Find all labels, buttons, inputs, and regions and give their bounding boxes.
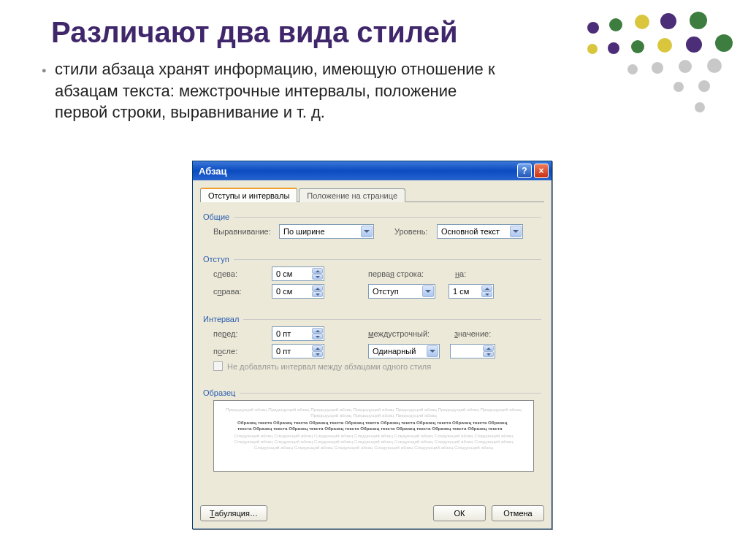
close-icon[interactable]: × xyxy=(534,164,549,178)
paragraph-dialog: Абзац ? × Отступы и интервалы Положение … xyxy=(192,161,552,529)
before-value: 0 пт xyxy=(276,329,291,338)
level-combo[interactable]: Основной текст xyxy=(437,224,523,239)
by-spinner[interactable]: 1 см xyxy=(449,284,494,299)
before-spinner[interactable]: 0 пт xyxy=(272,326,324,341)
preview-sample-text: Образец текста Образец текста Образец те… xyxy=(237,420,510,431)
slide-bullet: стили абзаца хранят информацию, имеющую … xyxy=(55,58,508,123)
indent-left-value: 0 см xyxy=(276,269,292,278)
preview-next-text: Следующий абзац Следующий абзац Следующи… xyxy=(223,433,524,450)
spinner-arrows-icon xyxy=(312,345,323,357)
spinner-arrows-icon xyxy=(312,328,323,340)
indent-left-spinner[interactable]: 0 см xyxy=(272,266,324,281)
cancel-button[interactable]: Отмена xyxy=(492,505,544,521)
tab-position[interactable]: Положение на странице xyxy=(299,188,405,202)
line-spacing-combo[interactable]: Одинарный xyxy=(368,344,440,358)
spinner-arrows-icon xyxy=(312,285,323,297)
spinner-arrows-icon xyxy=(483,345,494,357)
after-label: после: xyxy=(213,347,272,356)
group-general: Общие Выравнивание: По ширине Уровень: О… xyxy=(200,207,544,245)
chevron-down-icon xyxy=(422,285,434,297)
group-spacing-legend: Интервал xyxy=(203,315,239,323)
first-line-label: первая строка: xyxy=(368,269,438,278)
group-general-legend: Общие xyxy=(203,212,229,221)
indent-right-label: справа: xyxy=(213,287,272,296)
chevron-down-icon xyxy=(361,226,373,237)
alignment-label: Выравнивание: xyxy=(213,227,279,236)
decorative-dots xyxy=(543,0,748,146)
group-indent-legend: Отступ xyxy=(203,255,229,264)
spinner-arrows-icon xyxy=(481,285,492,297)
first-line-value: Отступ xyxy=(373,287,399,296)
indent-right-value: 0 см xyxy=(276,287,292,296)
by-label: на: xyxy=(455,269,466,278)
group-preview-legend: Образец xyxy=(203,388,235,397)
indent-right-spinner[interactable]: 0 см xyxy=(272,284,324,299)
at-spinner[interactable] xyxy=(450,344,495,358)
by-value: 1 см xyxy=(453,287,469,296)
chevron-down-icon xyxy=(510,226,522,237)
group-indent: Отступ слева: 0 см первая строка: на: сп… xyxy=(200,249,544,304)
slide-title: Различают два вида стилей xyxy=(51,16,457,49)
preview-prev-text: Предыдущий абзац Предыдущий абзац Предыд… xyxy=(223,407,524,418)
help-icon[interactable]: ? xyxy=(517,164,532,178)
alignment-value: По ширине xyxy=(283,227,325,236)
line-spacing-label: междустрочный: xyxy=(368,329,441,338)
dialog-titlebar[interactable]: Абзац ? × xyxy=(193,161,552,180)
tabs-button[interactable]: Табуляция… xyxy=(200,505,267,521)
dialog-button-row: Табуляция… ОК Отмена xyxy=(200,505,544,521)
indent-left-label: слева: xyxy=(213,269,272,278)
tab-indents[interactable]: Отступы и интервалы xyxy=(200,188,297,202)
line-spacing-value: Одинарный xyxy=(373,347,416,356)
after-value: 0 пт xyxy=(276,347,291,356)
at-label: значение: xyxy=(454,329,491,338)
first-line-combo[interactable]: Отступ xyxy=(368,284,435,299)
before-label: перед: xyxy=(213,329,272,338)
level-value: Основной текст xyxy=(441,227,500,236)
dialog-title: Абзац xyxy=(199,166,227,177)
tab-position-label: Положение на странице xyxy=(307,191,397,200)
suppress-spacing-checkbox[interactable]: Не добавлять интервал между абзацами одн… xyxy=(203,361,541,371)
preview-pane: Предыдущий абзац Предыдущий абзац Предыд… xyxy=(213,400,534,472)
chevron-down-icon xyxy=(427,345,438,357)
suppress-spacing-label: Не добавлять интервал между абзацами одн… xyxy=(227,362,431,371)
alignment-combo[interactable]: По ширине xyxy=(279,224,374,239)
after-spinner[interactable]: 0 пт xyxy=(272,344,324,358)
spinner-arrows-icon xyxy=(312,268,323,280)
group-spacing: Интервал перед: 0 пт междустрочный: знач… xyxy=(200,309,544,377)
tab-indents-label: Отступы и интервалы xyxy=(208,191,289,200)
ok-button[interactable]: ОК xyxy=(433,505,486,521)
checkbox-icon xyxy=(213,361,223,371)
group-preview: Образец Предыдущий абзац Предыдущий абза… xyxy=(200,383,544,475)
tab-strip: Отступы и интервалы Положение на страниц… xyxy=(200,186,544,202)
level-label: Уровень: xyxy=(394,227,437,236)
